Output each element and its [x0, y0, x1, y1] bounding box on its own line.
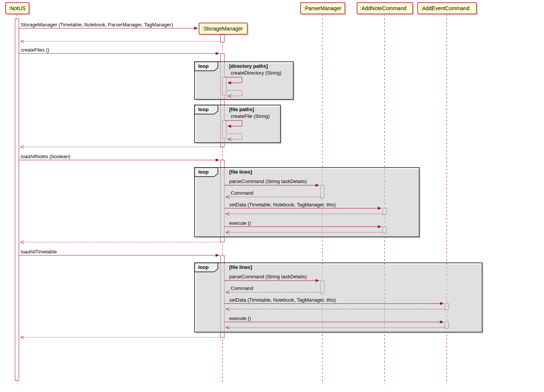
participant-addnotecommand-label: :AddNoteCommand: [360, 5, 406, 11]
participant-parsermanager-label: :ParserManager: [303, 5, 342, 11]
loop-label-2: loop: [198, 107, 208, 112]
participant-storagemanager-label: :StorageManager: [202, 26, 243, 32]
msg-loadallnotes: loadAllNotes (boolean): [21, 154, 70, 159]
participant-notus-label: :NotUS: [9, 5, 26, 11]
participant-addeventcommand-label: :AddEventCommand: [421, 5, 469, 11]
msg-setdata-2: setData (Timetable, Notebook, TagManager…: [229, 297, 336, 303]
activation-sm-1: [221, 35, 224, 42]
guard-filepaths: [file paths]: [229, 107, 254, 112]
msg-create-sm: StorageManager (Timetable, Notebook, Par…: [21, 22, 173, 27]
msg-createdirectory: createDirectory (String): [231, 70, 281, 76]
msg-parsecommand-2: parseCommand (String taskDetails): [229, 274, 307, 279]
guard-filelines-1: [file lines]: [229, 169, 252, 175]
msg-execute-1: execute (): [229, 220, 251, 226]
msg-command-1: Command: [231, 190, 253, 196]
msg-createfiles: createFiles (): [21, 47, 49, 53]
loop-label-1: loop: [198, 63, 208, 69]
msg-setdata-1: setData (Timetable, Notebook, TagManager…: [229, 202, 336, 207]
msg-loadalltimetable: loadAllTimetable: [21, 249, 57, 255]
msg-command-2: Command: [231, 285, 253, 291]
activation-notus: [15, 19, 19, 380]
msg-execute-2: execute (): [229, 316, 251, 321]
guard-filelines-2: [file lines]: [229, 264, 252, 270]
loop-label-3: loop: [198, 169, 208, 175]
loop-label-4: loop: [198, 264, 208, 270]
guard-dirpaths: [directory paths]: [229, 63, 268, 69]
msg-parsecommand-1: parseCommand (String taskDetails): [229, 178, 307, 184]
msg-createfile: createFile (String): [231, 113, 270, 119]
